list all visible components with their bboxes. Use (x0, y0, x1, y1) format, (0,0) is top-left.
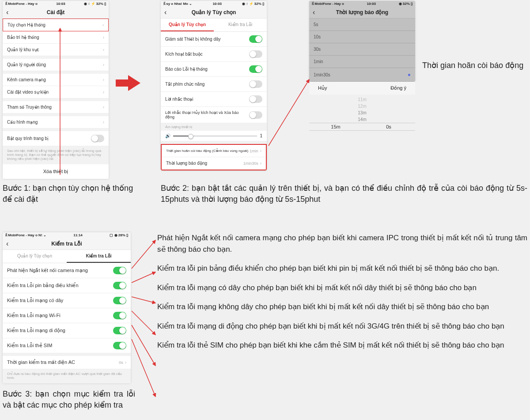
row-label: Kênh camera mạng (7, 77, 103, 82)
cancel-button[interactable]: Hủy (318, 85, 327, 91)
duration-option-selected[interactable]: 1min30s ● (309, 68, 415, 82)
row-wifi-fault[interactable]: Kiểm tra Lỗi mạng Wi-Fi (3, 308, 131, 323)
help-text: Sau khi bật, thiết bị sẽ tự động phát hi… (3, 146, 109, 164)
phone-settings: 𝗂𝗅 MobiFone - Hay o 10:03 ◉ ↕ ⚡ 32% ▯ ‹ … (3, 1, 109, 179)
desc-sim: Kiểm tra lỗi thẻ SIM cho phép bạn biết k… (157, 340, 527, 351)
phone-duration-sheet: 𝗂𝗅 MobiFone - Hay o 10:03 ◉ 32% ▯ ‹ Thời… (309, 1, 415, 131)
toggle-arming[interactable] (91, 135, 104, 142)
row-label: Bật quy trình trang bị (7, 136, 91, 141)
row-wireless-monitor[interactable]: Giám sát Thiết bị không dây (161, 32, 267, 47)
status-right: ◉ ↕ ⚡ 32% ▯ (242, 2, 264, 6)
back-icon[interactable]: ‹ (6, 8, 8, 16)
row-disable-keys[interactable]: Tắt phím chức năng (161, 77, 267, 92)
row-ac-loss[interactable]: Thời gian kiểm tra mất điện AC 0s › (3, 356, 131, 369)
row-label: 10s (314, 34, 411, 39)
toggle[interactable] (113, 282, 126, 289)
row-maintenance[interactable]: Bảo trì hệ thống › (3, 31, 109, 44)
tab-errors[interactable]: Kiểm tra Lỗi (67, 250, 131, 263)
toggle[interactable] (249, 65, 262, 73)
tab-errors[interactable]: Kiểm tra Lỗi (214, 19, 267, 31)
status-time: 11:14 (73, 233, 82, 237)
row-label: Tắt phím chức năng (165, 82, 249, 87)
duration-option[interactable]: 30s (309, 43, 415, 56)
svg-line-5 (132, 311, 155, 335)
toggle[interactable] (249, 95, 262, 103)
row-sim-fault[interactable]: Kiểm tra Lỗi thẻ SIM (3, 338, 131, 353)
volume-row[interactable]: 🔊 1 (161, 131, 267, 141)
row-arming-process[interactable]: Bật quy trình trang bị (3, 131, 109, 146)
page-title: Quản lý Tùy chọn (192, 9, 236, 15)
chevron-right-icon: › (103, 90, 104, 95)
duration-option[interactable]: 1min (309, 56, 415, 68)
picker-item[interactable]: 13m (309, 110, 415, 116)
chevron-right-icon: › (103, 35, 104, 40)
picker-item[interactable]: 12m (309, 103, 415, 110)
page-title: Kiểm tra Lỗi (51, 241, 82, 247)
status-bar: 𝗂𝗅 MobiFone - Hay o N! ⌄ 11:14 ▢ ◉ 28% ▯ (3, 232, 131, 238)
toggle[interactable] (113, 327, 126, 334)
row-label: 1min30s (314, 72, 408, 77)
tab-options[interactable]: Quản lý Tùy chọn (3, 250, 67, 263)
page-title: Cài đặt (47, 9, 64, 15)
toggle[interactable] (249, 35, 262, 43)
picker-item[interactable]: 14m (309, 116, 415, 123)
chevron-right-icon: › (103, 105, 104, 110)
toggle[interactable] (113, 297, 126, 304)
row-zone-mgmt[interactable]: Quản lý khu vực › (3, 44, 109, 56)
time-picker[interactable]: 11m 12m 13m 14m 15m 0s (309, 96, 415, 131)
row-user-mgmt[interactable]: Quản lý người dùng › (3, 59, 109, 71)
step1-caption: Bước 1: bạn chọn tùy chọn hệ thống để cà… (3, 183, 144, 205)
row-label: Kiểm tra Lỗi pin bảng điều khiển (7, 283, 113, 288)
row-network-config[interactable]: Cấu hình mạng › (3, 116, 109, 129)
row-label: Kiểm tra Lỗi mạng di động (7, 328, 113, 333)
sheet-buttons: Hủy Đồng ý (309, 82, 415, 95)
step2-caption: Bước 2: bạn bật tắt các quản lý trên thi… (161, 183, 527, 205)
row-force-arm[interactable]: Kích hoạt bắt buộc (161, 47, 267, 62)
row-wired-fault[interactable]: Kiểm tra Lỗi mạng có dây (3, 293, 131, 308)
tabs: Quản lý Tùy chọn Kiểm tra Lỗi (161, 19, 267, 32)
row-mobile-fault[interactable]: Kiểm tra Lỗi mạng di động (3, 323, 131, 338)
row-camera-channel[interactable]: Kênh camera mạng › (3, 74, 109, 86)
row-camera-disconnect[interactable]: Phát hiện Ngắt kết nối camera mạng (3, 263, 131, 278)
row-siren-delay[interactable]: Thời gian hoãn còi báo động (Cảnh báo vù… (162, 145, 266, 157)
status-bar: 𝗂𝗅 MobiFone - Hay o 10:03 ◉ 32% ▯ (309, 1, 415, 7)
row-voice-prompt[interactable]: Lời nhắc thoại (161, 92, 267, 107)
toggle[interactable] (113, 342, 126, 349)
row-label: 5s (314, 22, 411, 27)
back-icon[interactable]: ‹ (313, 8, 315, 16)
ok-button[interactable]: Đồng ý (390, 85, 406, 91)
status-right: ▢ ◉ 28% ▯ (110, 233, 128, 237)
row-label: Kiểm tra Lỗi mạng có dây (7, 298, 113, 303)
row-battery-fault[interactable]: Kiểm tra Lỗi pin bảng điều khiển (3, 278, 131, 293)
picker-item-selected[interactable]: 0s (362, 123, 415, 131)
toggle[interactable] (249, 80, 262, 88)
toggle[interactable] (249, 111, 262, 119)
duration-option[interactable]: 10s (309, 31, 415, 43)
page-title: Thời lượng báo động (336, 9, 388, 15)
picker-item[interactable]: 11m (309, 96, 415, 103)
toggle[interactable] (113, 267, 126, 274)
toggle[interactable] (249, 50, 262, 58)
back-icon[interactable]: ‹ (6, 240, 8, 248)
row-system-options[interactable]: Tùy chọn Hệ thống › (3, 18, 109, 32)
tab-options[interactable]: Quản lý Tùy chọn (161, 19, 214, 31)
duration-option[interactable]: 5s (309, 19, 415, 31)
row-event-video[interactable]: Cài đặt video sự kiện › (3, 86, 109, 98)
status-left: 𝗂𝗅 MobiFone - Hay o N! ⌄ (5, 233, 46, 237)
row-system-fault[interactable]: Báo cáo Lỗi hệ thống (161, 62, 267, 77)
volume-slider[interactable] (173, 136, 257, 136)
picker-item-selected[interactable]: 15m (309, 123, 362, 131)
row-label: Quản lý khu vực (7, 47, 103, 52)
svg-line-3 (132, 272, 155, 283)
row-alarm-duration[interactable]: Thời lượng báo động 1min30s › (162, 157, 266, 170)
row-value: 0s (119, 360, 123, 365)
row-comm-params[interactable]: Tham số Truyền thông › (3, 101, 109, 114)
row-label: Lời nhắc thoại Hủy kích hoạt và Xóa báo … (165, 110, 249, 119)
status-right: ◉ ↕ ⚡ 32% ▯ (84, 2, 106, 6)
toggle[interactable] (113, 312, 126, 319)
row-voice-disarm[interactable]: Lời nhắc thoại Hủy kích hoạt và Xóa báo … (161, 107, 267, 123)
back-icon[interactable]: ‹ (164, 8, 167, 16)
row-label: Cấu hình mạng (7, 120, 103, 125)
delete-device-button[interactable]: Xóa thiết bị (3, 164, 109, 179)
row-label: Thời gian kiểm tra mất điện AC (7, 359, 119, 365)
